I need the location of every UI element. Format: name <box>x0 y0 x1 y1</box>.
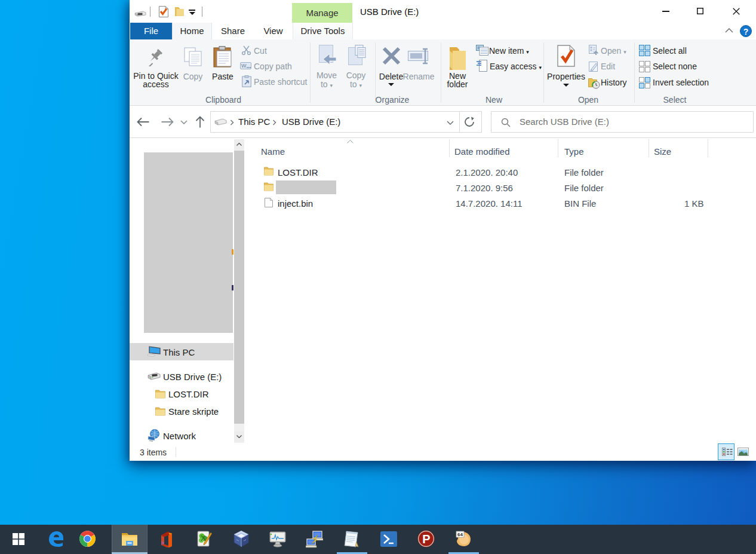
svg-text:64: 64 <box>457 532 463 537</box>
svg-text:P: P <box>422 532 430 546</box>
svg-text:W: W <box>241 63 247 69</box>
